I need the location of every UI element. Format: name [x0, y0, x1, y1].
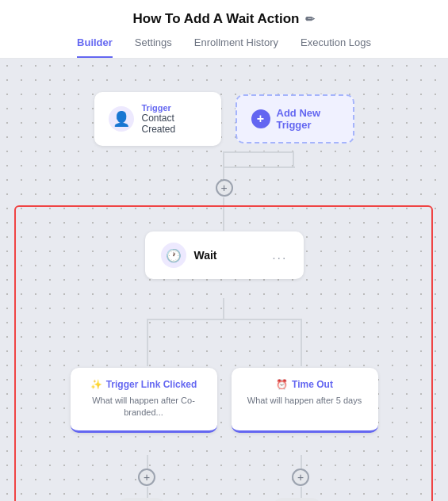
- branch-right-title: ⏰ Time Out: [244, 379, 366, 390]
- trigger-link-icon: ✨: [90, 379, 102, 390]
- title-text: How To Add A Wait Action: [133, 11, 300, 27]
- branch-right-title-text: Time Out: [292, 379, 333, 390]
- edit-icon[interactable]: ✏: [305, 13, 315, 25]
- connector-v-right-to-end: [301, 487, 302, 498]
- add-action-right-button[interactable]: +: [292, 468, 309, 486]
- trigger-label: Trigger: [142, 103, 207, 113]
- header: How To Add A Wait Action ✏ Builder Setti…: [0, 0, 448, 59]
- branch-left-title-text: Trigger Link Clicked: [106, 379, 197, 390]
- add-action-left-button[interactable]: +: [138, 468, 155, 486]
- branch-row: ✨ Trigger Link Clicked What will happen …: [71, 368, 378, 433]
- branch-left-title: ✨ Trigger Link Clicked: [83, 379, 205, 390]
- timeout-card[interactable]: ⏰ Time Out What will happen after 5 days: [232, 368, 378, 433]
- connector-h-fork: [147, 319, 302, 320]
- connector-v-left-to-end: [147, 487, 148, 498]
- wait-card-inner: 🕐 Wait: [161, 243, 217, 268]
- add-trigger-label: Add New Trigger: [277, 107, 339, 131]
- end-label-right: END: [273, 498, 321, 501]
- connector-h-triggers: [224, 151, 293, 153]
- tab-settings[interactable]: Settings: [135, 36, 172, 58]
- tab-bar: Builder Settings Enrollment History Exec…: [0, 36, 448, 58]
- workflow-canvas: 👤 Trigger Contact Created + Add New Trig…: [0, 59, 448, 501]
- trigger-icon: 👤: [109, 106, 134, 132]
- page-title: How To Add A Wait Action ✏: [0, 11, 448, 27]
- wait-dots-menu[interactable]: ...: [272, 248, 287, 262]
- connector-v-addtrigger: [293, 151, 294, 167]
- connector-h-bottom: [224, 166, 295, 168]
- connector-v-left: [147, 319, 148, 366]
- trigger-card-text: Trigger Contact Created: [142, 103, 207, 135]
- branch-right-subtitle: What will happen after 5 days: [244, 395, 366, 407]
- wait-label: Wait: [194, 249, 217, 262]
- end-node-left: END: [117, 498, 166, 501]
- tab-enrollment-history[interactable]: Enrollment History: [194, 36, 278, 58]
- trigger-sublabel: Contact Created: [142, 113, 207, 135]
- branch-left-subtitle: What will happen after Co-branded...: [83, 395, 205, 419]
- trigger-link-clicked-card[interactable]: ✨ Trigger Link Clicked What will happen …: [71, 368, 217, 433]
- wait-card[interactable]: 🕐 Wait ...: [145, 231, 304, 279]
- timeout-icon: ⏰: [276, 379, 288, 390]
- connector-v-right: [301, 319, 302, 366]
- add-action-button[interactable]: +: [216, 179, 233, 197]
- tab-execution-logs[interactable]: Execution Logs: [301, 36, 371, 58]
- wait-icon: 🕐: [161, 243, 186, 268]
- add-trigger-plus-icon: +: [251, 109, 270, 128]
- add-trigger-card[interactable]: + Add New Trigger: [235, 94, 354, 143]
- connector-v-to-wait: [223, 197, 224, 231]
- tab-builder[interactable]: Builder: [77, 36, 113, 58]
- end-node-right: END: [273, 498, 321, 501]
- end-label-left: END: [117, 498, 166, 501]
- trigger-card[interactable]: 👤 Trigger Contact Created: [94, 92, 221, 146]
- trigger-row: 👤 Trigger Contact Created + Add New Trig…: [94, 92, 354, 146]
- connector-v-from-wait: [223, 298, 224, 320]
